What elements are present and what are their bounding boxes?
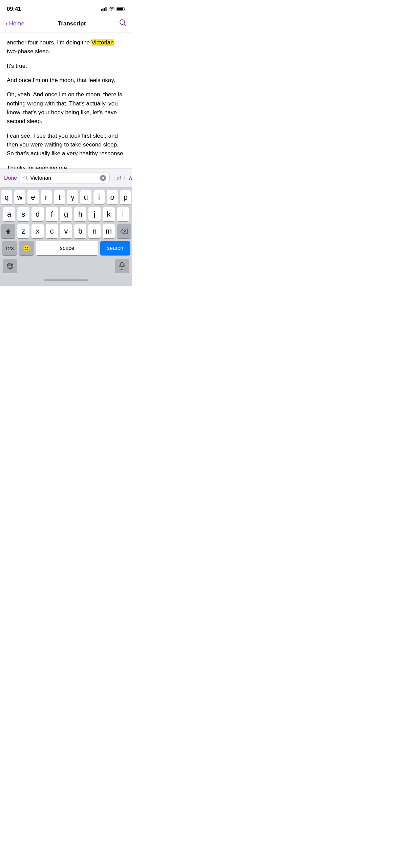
battery-icon [117,7,125,11]
svg-marker-10 [5,229,11,234]
key-r[interactable]: r [41,190,52,204]
shift-key[interactable] [1,224,15,238]
back-chevron-icon: ‹ [5,20,8,27]
backspace-key[interactable] [117,224,131,238]
back-label: Home [9,20,24,27]
keyboard-row-4: 123 🙂 space search [1,241,131,255]
signal-icon [101,7,107,11]
status-time: 09:41 [7,6,21,13]
keyboard: q w e r t y u i o p a s d f g h j k l z … [0,188,132,274]
search-input-wrapper[interactable] [20,173,110,183]
key-g[interactable]: g [60,207,72,221]
key-n[interactable]: n [88,224,101,238]
key-b[interactable]: b [74,224,86,238]
numbers-label: 123 [5,245,14,251]
search-icon [119,19,127,26]
paragraph-4: Oh, yeah. And once I'm on the moon, ther… [7,90,125,126]
paragraph-2: It's true. [7,62,125,71]
key-c[interactable]: c [46,224,58,238]
paragraph-6: Thanks for enabling me. [7,164,125,169]
page-title: Transcript [58,20,86,27]
key-v[interactable]: v [60,224,72,238]
emoji-key[interactable]: 🙂 [19,241,34,255]
backspace-icon [120,229,128,234]
space-key[interactable]: space [36,241,98,255]
key-o[interactable]: o [107,190,118,204]
keyboard-row-3: z x c v b n m [1,224,131,238]
mic-key[interactable] [115,259,129,273]
search-result-count: 1 of 2 [112,175,125,181]
svg-rect-18 [121,262,123,267]
key-p[interactable]: p [120,190,131,204]
key-a[interactable]: a [3,207,15,221]
search-key-label: search [107,245,123,251]
key-s[interactable]: s [17,207,29,221]
key-e[interactable]: e [27,190,39,204]
key-x[interactable]: x [31,224,44,238]
nav-bar: ‹ Home Transcript [0,16,132,33]
svg-rect-3 [106,7,107,11]
key-d[interactable]: d [31,207,44,221]
key-q[interactable]: q [1,190,12,204]
key-m[interactable]: m [103,224,115,238]
key-l[interactable]: l [117,207,129,221]
svg-rect-0 [101,9,102,11]
key-t[interactable]: t [54,190,65,204]
search-key[interactable]: search [100,241,130,255]
key-h[interactable]: h [74,207,86,221]
keyboard-row-2: a s d f g h j k l [1,207,131,221]
key-w[interactable]: w [14,190,25,204]
mic-icon [119,262,125,270]
numbers-key[interactable]: 123 [2,241,17,255]
search-navigation: ∧ ∨ [128,174,132,182]
key-u[interactable]: u [80,190,91,204]
home-indicator [0,274,132,286]
home-bar [44,279,88,281]
done-button[interactable]: Done [4,175,17,181]
status-icons [101,7,125,11]
key-i[interactable]: i [93,190,105,204]
search-prev-button[interactable]: ∧ [128,174,132,182]
svg-rect-1 [103,8,104,11]
svg-line-9 [26,179,28,180]
paragraph-3: And once I'm on the moon, that feels oka… [7,76,125,85]
key-y[interactable]: y [67,190,78,204]
highlight-victorian-1: Victorian [91,39,114,46]
globe-key[interactable] [3,259,17,273]
svg-line-7 [124,24,126,26]
globe-icon [7,262,14,269]
key-f[interactable]: f [46,207,58,221]
transcript-content: another four hours. I'm doing the Victor… [0,33,132,169]
emoji-icon: 🙂 [22,244,31,252]
keyboard-extras-row [1,257,131,273]
key-z[interactable]: z [17,224,29,238]
svg-rect-5 [117,8,123,11]
search-clear-button[interactable] [100,175,106,181]
search-small-icon [23,176,28,180]
keyboard-row-1: q w e r t y u i o p [1,190,131,204]
back-button[interactable]: ‹ Home [5,20,24,27]
space-label: space [60,245,75,251]
key-j[interactable]: j [88,207,101,221]
key-k[interactable]: k [103,207,115,221]
status-bar: 09:41 [0,0,132,16]
shift-icon [5,228,11,234]
wifi-icon [109,7,114,11]
search-button[interactable] [119,19,127,28]
search-bar: Done 1 of 2 ∧ ∨ [0,169,132,188]
paragraph-5: I can see, I see that you took first sle… [7,132,125,158]
paragraph-1: another four hours. I'm doing the Victor… [7,38,125,56]
search-input[interactable] [30,175,98,181]
svg-rect-2 [104,8,105,11]
